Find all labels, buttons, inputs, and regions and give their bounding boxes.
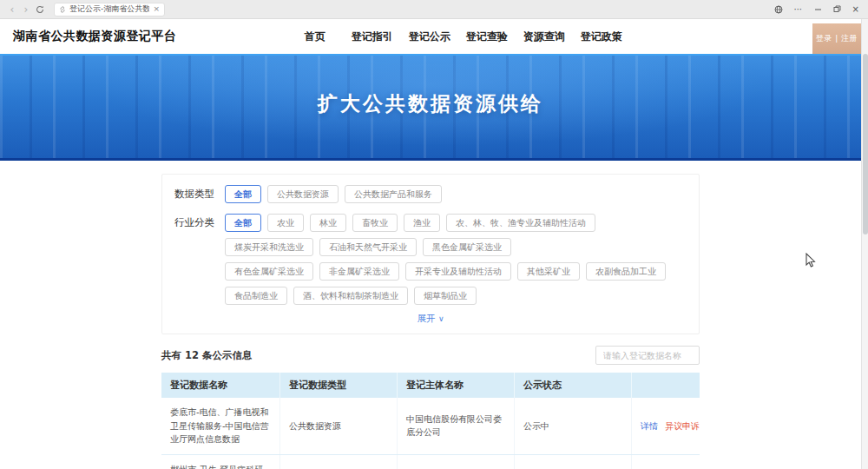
browser-refresh-icon[interactable] [33,5,47,14]
industry-option[interactable]: 非金属矿采选业 [319,262,399,281]
more-menu-icon[interactable]: ⋯ [794,5,803,14]
data-type-option-all[interactable]: 全部 [225,185,261,203]
col-header-name: 登记数据名称 [161,373,280,398]
link-icon [59,6,66,13]
industry-option[interactable]: 烟草制品业 [414,287,477,305]
cell-entity: 中国电信股份有限公司娄底分公司 [398,398,515,454]
cell-data-name: 郴州市-卫生-罕见病科研专病库数据 [161,455,280,469]
expand-filters-link[interactable]: 展开 ∨ [174,313,687,325]
browser-tab[interactable]: 登记公示-湖南省公共数 × [54,3,165,17]
industry-label: 行业分类 [174,214,225,232]
browser-titlebar: ‹ › 登记公示-湖南省公共数 × ⋯ × [0,0,868,19]
main-nav: 首页 登记指引 登记公示 登记查验 资源查询 登记政策 [286,30,630,44]
nav-item-home[interactable]: 首页 [286,30,344,44]
nav-item-verify[interactable]: 登记查验 [458,30,516,44]
industry-option[interactable]: 农业 [267,214,304,232]
hero-banner: 扩大公共数据资源供给 [0,54,861,161]
vertical-scrollbar[interactable] [861,19,868,469]
col-header-actions [632,373,700,398]
industry-option[interactable]: 农副食品加工业 [586,262,666,281]
industry-option[interactable]: 林业 [310,214,346,232]
chevron-down-icon: ∨ [438,314,444,323]
col-header-status: 公示状态 [515,373,632,398]
data-type-option-product[interactable]: 公共数据产品和服务 [345,185,442,203]
nav-item-policy[interactable]: 登记政策 [573,30,630,44]
login-register-button[interactable]: 登录 | 注册 [812,23,861,54]
industry-option[interactable]: 石油和天然气开采业 [319,238,417,256]
results-count: 共有 12 条公示信息 [161,349,253,362]
industry-filter-row: 行业分类 全部 农业 林业 畜牧业 渔业 农、林、牧、渔专业及辅助性活动 煤炭开… [174,214,687,305]
industry-option[interactable]: 全部 [225,214,261,232]
hero-title: 扩大公共数据资源供给 [318,90,543,117]
data-type-label: 数据类型 [174,185,225,203]
table-header-row: 登记数据名称 登记数据类型 登记主体名称 公示状态 [161,373,700,398]
cell-data-name: 娄底市-电信、广播电视和卫星传输服务-中国电信营业厅网点信息数据 [161,398,280,454]
filter-panel: 数据类型 全部 公共数据资源 公共数据产品和服务 行业分类 全部 农业 林业 畜… [161,174,700,334]
appeal-link[interactable]: 异议申诉 [665,419,700,433]
industry-option[interactable]: 食品制造业 [225,287,287,305]
cell-entity: 郴州市第一人民医院 [398,455,515,469]
tab-title: 登记公示-湖南省公共数 [69,3,149,15]
search-input[interactable] [595,346,700,365]
industry-option[interactable]: 其他采矿业 [517,262,580,281]
industry-option[interactable]: 农、林、牧、渔专业及辅助性活动 [446,214,595,232]
col-header-type: 登记数据类型 [280,373,398,398]
browser-forward-icon[interactable]: › [19,0,33,19]
results-bar: 共有 12 条公示信息 [161,346,700,365]
industry-option[interactable]: 煤炭开采和洗选业 [225,238,313,256]
minimize-icon[interactable] [814,5,822,13]
cell-status: 公示中 [515,398,632,454]
scrollbar-thumb[interactable] [863,54,868,234]
table-row: 郴州市-卫生-罕见病科研专病库数据 公共数据资源 郴州市第一人民医院 公示中 详… [161,455,700,469]
nav-item-resources[interactable]: 资源查询 [516,30,573,44]
detail-link[interactable]: 详情 [641,419,658,433]
data-type-option-resource[interactable]: 公共数据资源 [267,185,339,203]
industry-option[interactable]: 渔业 [404,214,440,232]
site-logo: 湖南省公共数据资源登记平台 [13,29,177,44]
restore-icon[interactable] [833,5,841,13]
tab-close-icon[interactable]: × [153,5,160,13]
col-header-entity: 登记主体名称 [398,373,515,398]
cell-status: 公示中 [515,455,632,469]
industry-option[interactable]: 畜牧业 [352,214,398,232]
table-row: 娄底市-电信、广播电视和卫星传输服务-中国电信营业厅网点信息数据 公共数据资源 … [161,398,700,455]
site-header: 湖南省公共数据资源登记平台 首页 登记指引 登记公示 登记查验 资源查询 登记政… [0,19,861,54]
industry-option[interactable]: 黑色金属矿采选业 [423,238,511,256]
close-icon[interactable]: × [852,5,859,14]
data-type-filter-row: 数据类型 全部 公共数据资源 公共数据产品和服务 [174,185,687,203]
industry-option[interactable]: 有色金属矿采选业 [225,262,313,281]
globe-icon[interactable] [774,5,783,14]
cell-data-type: 公共数据资源 [280,398,398,454]
browser-back-icon[interactable]: ‹ [5,0,19,19]
cell-data-type: 公共数据资源 [280,455,398,469]
industry-option[interactable]: 酒、饮料和精制茶制造业 [293,287,408,305]
nav-item-publicity[interactable]: 登记公示 [401,30,458,44]
nav-item-guide[interactable]: 登记指引 [344,30,401,44]
publicity-table: 登记数据名称 登记数据类型 登记主体名称 公示状态 娄底市-电信、广播电视和卫星… [161,373,700,469]
industry-option[interactable]: 开采专业及辅助性活动 [405,262,511,281]
